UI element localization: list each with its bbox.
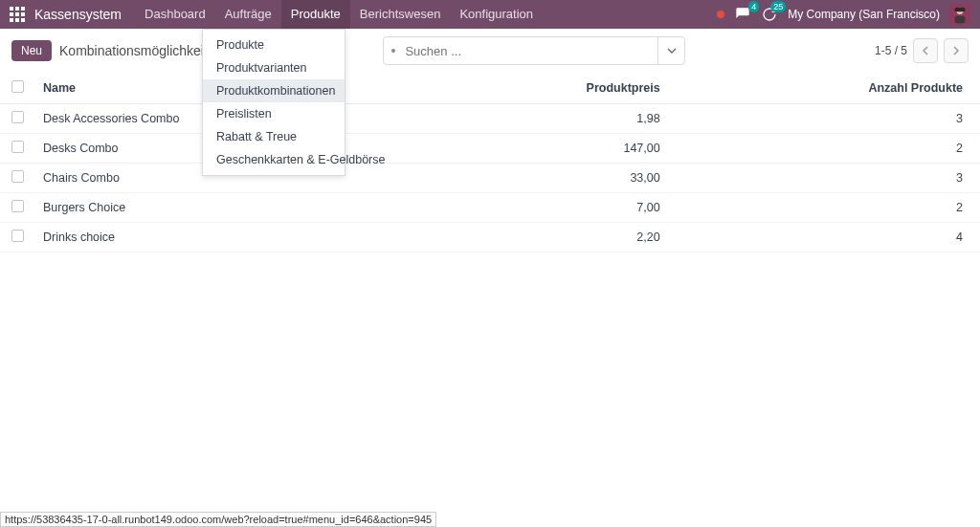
cell-count: 3	[670, 104, 980, 134]
chevron-down-icon	[667, 46, 677, 55]
cell-count: 2	[670, 134, 980, 164]
products-dropdown: ProdukteProduktvariantenProduktkombinati…	[202, 29, 345, 176]
nav-item-dashboard[interactable]: Dashboard	[135, 0, 215, 29]
nav-item-produkte[interactable]: Produkte	[281, 0, 350, 29]
dropdown-item[interactable]: Produktvarianten	[203, 56, 345, 79]
search-indicator-icon	[391, 49, 395, 53]
new-button[interactable]: Neu	[11, 40, 52, 61]
table-row[interactable]: Desk Accessories Combo1,983	[0, 104, 980, 134]
cell-count: 4	[670, 223, 980, 253]
select-all-checkbox[interactable]	[11, 80, 24, 93]
pager-prev-button[interactable]	[913, 38, 938, 63]
col-price[interactable]: Produktpreis	[432, 73, 670, 104]
cell-price: 1,98	[432, 104, 670, 134]
dropdown-item[interactable]: Produktkombinationen	[203, 79, 345, 102]
pager-count: 1-5 / 5	[875, 44, 907, 57]
user-avatar[interactable]	[949, 4, 970, 25]
search-input[interactable]	[401, 44, 657, 58]
activity-icon[interactable]: 25	[761, 6, 778, 23]
nav-item-konfiguration[interactable]: Konfiguration	[450, 0, 543, 29]
table-row[interactable]: Chairs Combo33,003	[0, 164, 980, 193]
combo-table: Name Produktpreis Anzahl Produkte Desk A…	[0, 73, 980, 253]
table-row[interactable]: Drinks choice2,204	[0, 223, 980, 253]
cell-name: Drinks choice	[33, 223, 432, 253]
chevron-left-icon	[922, 46, 929, 55]
row-checkbox[interactable]	[11, 230, 24, 242]
activity-badge: 25	[770, 1, 786, 12]
cell-count: 3	[670, 164, 980, 193]
dropdown-item[interactable]: Produkte	[203, 33, 345, 56]
row-checkbox[interactable]	[11, 200, 24, 212]
row-checkbox[interactable]	[11, 111, 24, 123]
status-dot-icon[interactable]	[717, 11, 724, 18]
main-nav: DashboardAufträgeProdukteBerichtswesenKo…	[135, 0, 543, 29]
row-checkbox[interactable]	[11, 170, 24, 183]
pager: 1-5 / 5	[875, 38, 969, 63]
apps-icon[interactable]	[10, 7, 25, 22]
cell-price: 7,00	[432, 193, 670, 223]
dropdown-item[interactable]: Preislisten	[203, 102, 345, 125]
cell-count: 2	[670, 193, 980, 223]
col-count[interactable]: Anzahl Produkte	[670, 73, 980, 104]
pager-next-button[interactable]	[944, 38, 969, 63]
messaging-icon[interactable]: 4	[734, 6, 751, 23]
row-checkbox[interactable]	[11, 141, 24, 153]
cell-price: 33,00	[432, 164, 670, 193]
app-brand: Kassensystem	[34, 7, 122, 22]
svg-rect-1	[955, 16, 966, 23]
messaging-badge: 4	[748, 1, 759, 12]
search-options-toggle[interactable]	[657, 37, 684, 64]
breadcrumb: Kombinationsmöglichkeiten	[59, 43, 222, 58]
top-navbar: Kassensystem DashboardAufträgeProdukteBe…	[0, 0, 980, 29]
table-row[interactable]: Desks Combo147,002	[0, 134, 980, 164]
dropdown-item[interactable]: Rabatt & Treue	[203, 125, 345, 148]
table-header-row: Name Produktpreis Anzahl Produkte	[0, 73, 980, 104]
company-selector[interactable]: My Company (San Francisco)	[788, 8, 940, 21]
svg-rect-2	[955, 8, 966, 12]
cell-price: 2,20	[432, 223, 670, 253]
browser-status-url: https://53836435-17-0-all.runbot149.odoo…	[0, 512, 436, 527]
nav-item-berichtswesen[interactable]: Berichtswesen	[350, 0, 451, 29]
search-box	[383, 36, 685, 65]
topbar-right: 4 25 My Company (San Francisco)	[717, 4, 970, 25]
cell-name: Burgers Choice	[33, 193, 432, 223]
nav-item-aufträge[interactable]: Aufträge	[215, 0, 281, 29]
cell-price: 147,00	[432, 134, 670, 164]
dropdown-item[interactable]: Geschenkkarten & E-Geldbörse	[203, 148, 345, 171]
control-panel: Neu Kombinationsmöglichkeiten ⚙ 1-5 / 5	[0, 29, 980, 73]
table-row[interactable]: Burgers Choice7,002	[0, 193, 980, 223]
chevron-right-icon	[952, 46, 960, 55]
